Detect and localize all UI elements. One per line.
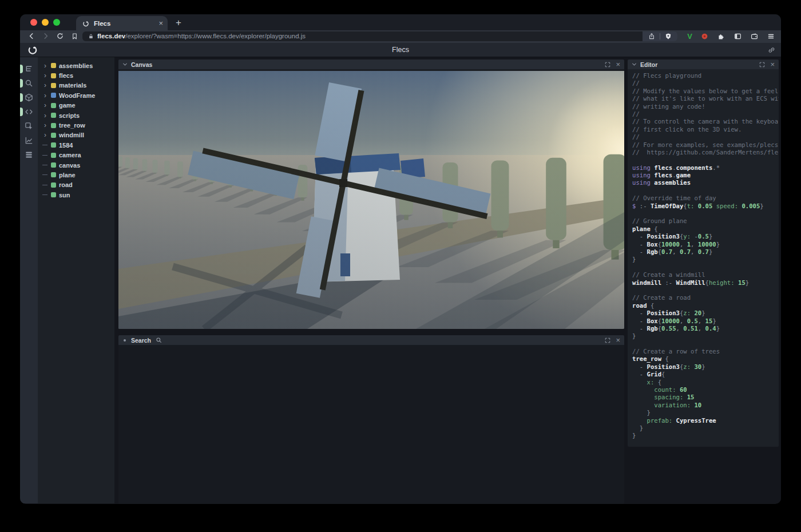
fullscreen-icon[interactable]	[605, 338, 610, 343]
code-line: }	[632, 432, 779, 439]
zoom-window-button[interactable]	[53, 19, 60, 26]
entity-kind-icon	[51, 113, 56, 118]
tree-item-windmill[interactable]: ›windmill	[38, 130, 114, 140]
tree-item-1584[interactable]: 1584	[38, 140, 114, 150]
tree-item-plane[interactable]: plane	[38, 170, 114, 180]
tree-item-camera[interactable]: camera	[38, 150, 114, 160]
panel-toggle-search-icon[interactable]	[20, 77, 38, 90]
expand-arrow-icon[interactable]: ›	[42, 112, 48, 119]
panel-toggle-code-editor-icon[interactable]	[20, 105, 38, 118]
tree-item-label: WoodFrame	[59, 92, 95, 99]
code-line: // For more examples, see examples/plecs…	[632, 141, 779, 149]
wallet-icon[interactable]	[750, 31, 759, 41]
expand-arrow-icon[interactable]: ›	[42, 132, 48, 138]
tree-item-label: scripts	[59, 112, 80, 119]
code-line: - Rgb{0.55, 0.51, 0.4}	[632, 325, 779, 332]
code-line: //	[632, 133, 779, 141]
code-line	[632, 340, 779, 348]
browser-tab[interactable]: Flecs ×	[76, 16, 168, 30]
expand-arrow-icon[interactable]: ›	[42, 122, 48, 129]
tree-item-label: game	[59, 102, 76, 109]
code-line: // Create a road	[632, 294, 779, 301]
close-window-button[interactable]	[30, 19, 37, 26]
collapsed-dot-icon[interactable]	[124, 339, 126, 342]
tree-item-label: windmill	[59, 132, 84, 138]
active-indicator	[20, 108, 23, 116]
panel-toggle-scene-cube-icon[interactable]	[20, 91, 38, 104]
code-line: // Flecs playground	[632, 72, 779, 80]
panel-toggle-entity-tree-icon[interactable]	[20, 62, 38, 76]
editor-panel: Editor × // Flecs playground//// Modify …	[628, 59, 779, 447]
tree-item-sun[interactable]: sun	[38, 190, 114, 200]
collapse-chevron-icon[interactable]	[122, 62, 128, 67]
tree-item-materials[interactable]: ›materials	[38, 81, 114, 90]
active-indicator	[20, 65, 23, 73]
code-line: prefab: CypressTree	[632, 417, 779, 424]
entity-tree: ›assemblies›flecs›materials›WoodFrame›ga…	[38, 57, 114, 503]
expand-arrow-icon[interactable]: ›	[42, 102, 48, 109]
expand-arrow-icon[interactable]: ›	[42, 82, 48, 89]
search-panel-title: Search	[131, 337, 151, 344]
code-line: }	[632, 424, 779, 432]
extensions-puzzle-icon[interactable]	[716, 31, 725, 41]
bookmark-icon[interactable]	[70, 31, 79, 41]
panel-toggle-queries-list-icon[interactable]	[20, 148, 38, 161]
minimize-window-button[interactable]	[42, 19, 49, 26]
tree-item-label: 1584	[59, 142, 73, 149]
tab-title: Flecs	[94, 20, 154, 27]
tree-item-label: sun	[59, 192, 70, 198]
share-link-icon[interactable]	[768, 46, 775, 54]
code-line: using assemblies	[632, 179, 779, 186]
code-line: count: 60	[632, 386, 779, 394]
expand-arrow-icon[interactable]: ›	[42, 72, 48, 79]
brave-shield-icon[interactable]	[664, 31, 673, 41]
back-button[interactable]	[27, 31, 36, 41]
tab-close-icon[interactable]: ×	[158, 19, 163, 27]
menu-icon[interactable]	[766, 31, 775, 41]
editor-panel-header: Editor ×	[628, 59, 779, 69]
search-results-area[interactable]	[118, 345, 624, 504]
close-panel-icon[interactable]: ×	[770, 61, 775, 68]
code-line: }	[632, 332, 779, 340]
entity-kind-icon	[51, 63, 56, 68]
forward-button[interactable]	[41, 31, 50, 41]
entity-kind-icon	[51, 172, 56, 177]
red-extension-icon[interactable]	[700, 31, 709, 41]
fullscreen-icon[interactable]	[759, 62, 765, 68]
reload-button[interactable]	[55, 31, 65, 41]
expand-arrow-icon[interactable]: ›	[42, 92, 48, 99]
page-title: Flecs	[20, 46, 781, 54]
code-line: using flecs.components.*	[632, 164, 779, 172]
url-text: flecs.dev/explorer/?wasm=https://www.fle…	[97, 33, 306, 39]
tree-item-game[interactable]: ›game	[38, 101, 114, 110]
code-line: $ :- TimeOfDay{t: 0.05 speed: 0.005}	[632, 203, 779, 210]
tree-item-flecs[interactable]: ›flecs	[38, 70, 114, 80]
collapse-chevron-icon[interactable]	[632, 62, 637, 67]
expand-arrow-icon[interactable]: ›	[42, 62, 48, 69]
close-panel-icon[interactable]: ×	[616, 336, 620, 344]
panel-toggle-stats-chart-icon[interactable]	[20, 134, 38, 147]
entity-kind-icon	[51, 73, 56, 78]
tree-item-canvas[interactable]: canvas	[38, 160, 114, 170]
code-line: x: {	[632, 379, 779, 386]
vimium-extension-icon[interactable]: V	[687, 32, 692, 41]
code-editor[interactable]: // Flecs playground//// Modify the value…	[628, 69, 779, 447]
browser-toolbar: flecs.dev/explorer/?wasm=https://www.fle…	[20, 30, 781, 43]
entity-kind-icon	[51, 142, 56, 148]
leaf-dash-icon	[42, 165, 48, 165]
sidebar-toggle-icon[interactable]	[733, 31, 742, 41]
tree-item-WoodFrame[interactable]: ›WoodFrame	[38, 90, 114, 100]
tree-item-assemblies[interactable]: ›assemblies	[38, 61, 114, 70]
fullscreen-icon[interactable]	[605, 62, 610, 68]
address-bar[interactable]: flecs.dev/explorer/?wasm=https://www.fle…	[82, 31, 643, 41]
new-tab-button[interactable]: +	[176, 17, 181, 29]
3d-viewport[interactable]	[118, 69, 624, 329]
tree-item-scripts[interactable]: ›scripts	[38, 110, 114, 120]
share-icon[interactable]	[647, 31, 656, 41]
tree-item-tree_row[interactable]: ›tree_row	[38, 120, 114, 130]
code-line: variation: 10	[632, 402, 779, 409]
code-line: // Override time of day	[632, 194, 779, 202]
tree-item-road[interactable]: road	[38, 180, 114, 190]
close-panel-icon[interactable]: ×	[616, 61, 620, 68]
panel-toggle-inspector-select-icon[interactable]	[20, 120, 38, 133]
